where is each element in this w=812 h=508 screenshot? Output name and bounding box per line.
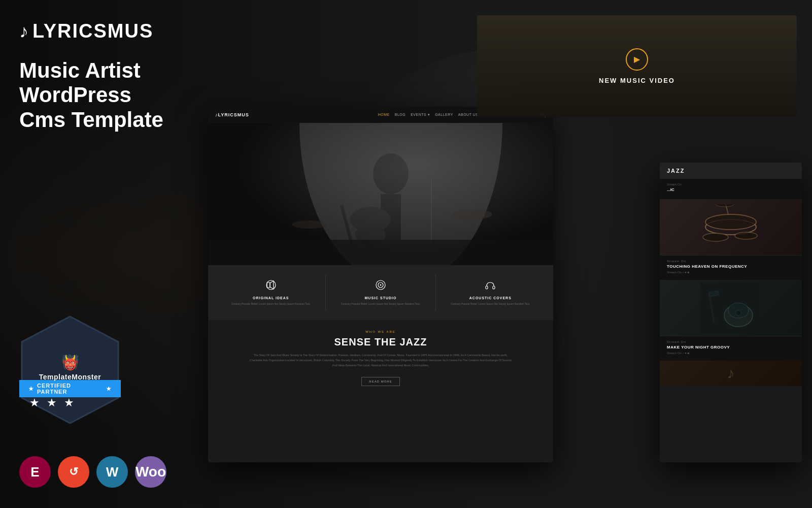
svg-point-23 xyxy=(703,233,728,241)
svg-marker-14 xyxy=(270,281,274,289)
nav-blog[interactable]: BLOG xyxy=(395,113,405,117)
nav-events[interactable]: EVENTS ▾ xyxy=(411,113,430,117)
tagline: Music Artist WordPress Cms Template xyxy=(19,58,194,132)
drums-card-info: Stream On TOUCHING HEAVEN ON FREQUENCY S… xyxy=(660,256,802,280)
video-label: NEW MUSIC VIDEO xyxy=(599,77,675,84)
svg-rect-19 xyxy=(486,286,488,289)
svg-point-15 xyxy=(266,280,276,290)
svg-point-3 xyxy=(373,153,409,194)
tagline-line1: Music Artist xyxy=(19,58,194,83)
badge-brand: TemplateMonster xyxy=(39,373,101,381)
elementor-symbol: E xyxy=(30,464,39,480)
tagline-line2: WordPress xyxy=(19,83,194,107)
drums-card-subtitle: Stream On xyxy=(667,260,795,263)
website-mockup: ♪LYRICSMUS HOME BLOG EVENTS ▾ GALLERY AB… xyxy=(208,107,553,462)
guitar-card-subtitle: Stream On xyxy=(667,340,795,343)
feature-title-3: ACOUSTIC COVERS xyxy=(440,296,541,300)
guitar-card-title: MAKE YOUR NIGHT GROOVY xyxy=(667,345,795,350)
svg-point-24 xyxy=(735,232,757,239)
video-preview[interactable]: ▶ NEW MUSIC VIDEO xyxy=(477,15,797,117)
nav-gallery[interactable]: GALLERY xyxy=(435,113,453,117)
drums-card-image xyxy=(660,199,802,255)
svg-rect-4 xyxy=(381,194,401,240)
drums-svg xyxy=(700,204,761,250)
feature-music-studio: MUSIC STUDIO Contrary Popular Belief, Lo… xyxy=(326,274,435,311)
feature-headphone-icon xyxy=(440,279,541,293)
svg-point-6 xyxy=(355,225,386,245)
svg-point-22 xyxy=(705,214,756,230)
svg-rect-13 xyxy=(267,282,270,288)
sidebar-section-title: JAZZ xyxy=(660,163,802,179)
svg-point-11 xyxy=(452,209,492,219)
wordpress-symbol: W xyxy=(106,464,119,480)
wordpress-icon: W xyxy=(96,456,128,488)
guitar-card-image xyxy=(660,280,802,336)
partial-card-bottom: ♪ xyxy=(660,361,802,386)
svg-point-5 xyxy=(350,207,391,232)
svg-point-18 xyxy=(380,284,381,286)
svg-rect-7 xyxy=(340,205,354,245)
about-title: SENSE THE JAZZ xyxy=(249,336,513,348)
elementor-icon: E xyxy=(19,456,51,488)
play-button[interactable]: ▶ xyxy=(626,48,648,71)
feature-record-icon xyxy=(330,279,431,293)
about-label: WHO WE ARE xyxy=(249,330,513,333)
svg-point-2 xyxy=(299,123,502,265)
preview-area: ▶ NEW MUSIC VIDEO ♪LYRICSMUS HOME BLOG E… xyxy=(193,0,812,508)
stars-row: ★ ★ ★ xyxy=(29,396,76,409)
feature-title-1: ORIGINAL IDEAS xyxy=(220,296,321,300)
drums-card-meta: Stream On ♪ ● ■ xyxy=(667,271,795,274)
certified-ribbon: CERTIFIED PARTNER xyxy=(19,380,121,397)
drums-card-title: TOUCHING HEAVEN ON FREQUENCY xyxy=(667,264,795,269)
svg-point-26 xyxy=(716,204,734,207)
feature-speaker-icon xyxy=(220,279,321,293)
sidebar-card-guitar: Stream On MAKE YOUR NIGHT GROOVY Stream … xyxy=(660,280,802,361)
logo-area: ♪ LYRICSMUS xyxy=(19,20,194,42)
svg-point-12 xyxy=(292,220,327,229)
svg-point-32 xyxy=(736,310,741,315)
svg-rect-20 xyxy=(493,286,495,289)
guitar-card-meta: Stream On ♪ ● ■ xyxy=(667,352,795,355)
svg-rect-10 xyxy=(208,240,553,265)
svg-rect-1 xyxy=(208,123,553,265)
hero-svg xyxy=(208,123,553,265)
nav-home[interactable]: HOME xyxy=(378,113,390,117)
updraft-symbol: ↺ xyxy=(69,465,78,479)
svg-point-9 xyxy=(427,168,435,180)
mockup-features: ORIGINAL IDEAS Contrary Popular Belief, … xyxy=(208,265,553,320)
partial-card-title: ...IC xyxy=(667,187,795,192)
feature-desc-3: Contrary Popular Belief, Lorem Ipsum Not… xyxy=(440,302,541,306)
left-panel: ♪ LYRICSMUS Music Artist WordPress Cms T… xyxy=(0,0,213,508)
feature-original-ideas: ORIGINAL IDEAS Contrary Popular Belief, … xyxy=(216,274,326,311)
partial-card-top: Stream On ...IC xyxy=(660,179,802,199)
mockup-nav-logo: ♪LYRICSMUS xyxy=(215,112,249,117)
monster-icon: 👹 xyxy=(61,354,79,371)
updraft-icon: ↺ xyxy=(58,456,89,488)
logo-text: LYRICSMUS xyxy=(32,20,153,42)
mockup-hero xyxy=(208,123,553,265)
tagline-line3: Cms Template xyxy=(19,108,194,132)
woocommerce-icon: Woo xyxy=(135,456,166,488)
logo-icon: ♪ xyxy=(19,22,28,41)
sidebar-mockup: JAZZ Stream On ...IC Stream On xyxy=(660,163,802,462)
feature-title-2: MUSIC STUDIO xyxy=(330,296,431,300)
nav-about[interactable]: ABOUT US xyxy=(458,113,479,117)
guitar-card-info: Stream On MAKE YOUR NIGHT GROOVY Stream … xyxy=(660,336,802,361)
feature-desc-1: Contrary Popular Belief, Lorem Ipsum Not… xyxy=(220,302,321,306)
about-text: The Story Of Jazz And Blues Society Is T… xyxy=(249,353,513,368)
mockup-about: WHO WE ARE SENSE THE JAZZ The Story Of J… xyxy=(208,320,553,396)
feature-acoustic-covers: ACOUSTIC COVERS Contrary Popular Belief,… xyxy=(436,274,545,311)
guitar-svg xyxy=(700,282,761,333)
woo-symbol: Woo xyxy=(136,464,166,480)
hex-inner: 👹 TemplateMonster xyxy=(39,354,101,381)
badge-area: 👹 TemplateMonster CERTIFIED PARTNER ★ ★ … xyxy=(19,314,121,432)
read-more-button[interactable]: READ MORE xyxy=(361,377,399,386)
tech-icons-row: E ↺ W Woo xyxy=(19,456,166,488)
feature-desc-2: Contrary Popular Belief, Lorem Ipsum Not… xyxy=(330,302,431,306)
sidebar-card-drums: Stream On TOUCHING HEAVEN ON FREQUENCY S… xyxy=(660,199,802,280)
partial-card-subtitle: Stream On xyxy=(667,183,795,186)
